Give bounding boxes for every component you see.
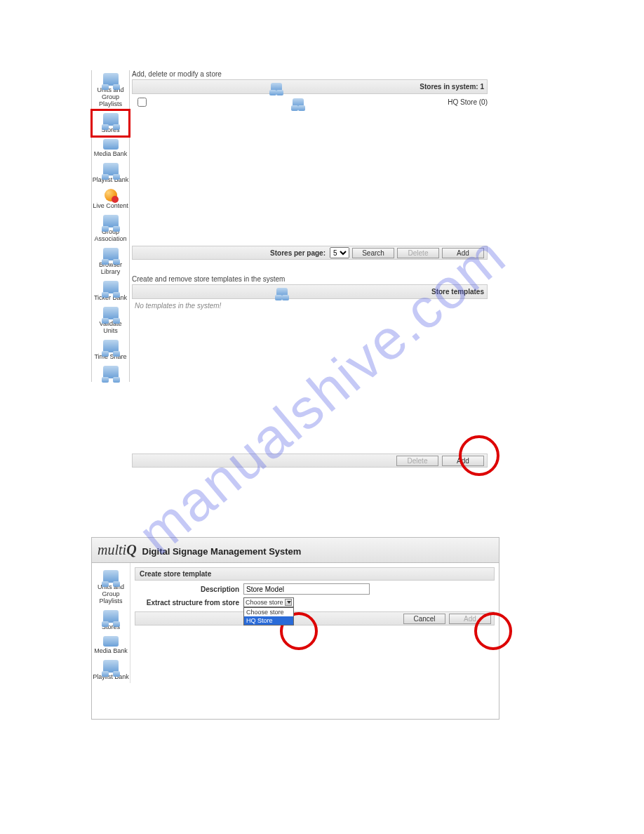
sidebar-item-media-bank[interactable]: Media Bank (92, 633, 130, 657)
sidebar-item-units-and-group-playlists[interactable]: Units and Group Playlists (92, 70, 129, 110)
store-select-value: Choose store (246, 599, 283, 606)
store-name: HQ Store (0) (448, 98, 488, 106)
units-icon (103, 215, 119, 227)
sidebar-item-label: Stores (92, 623, 130, 630)
templates-header-text: Store templates (431, 288, 484, 296)
units-icon (103, 163, 119, 176)
sidebar-item-label: Units and Group Playlists (92, 86, 129, 107)
sidebar-item-label: Media Bank (92, 150, 129, 157)
store-icon (293, 98, 304, 107)
screenshot-create-template: multiQ Digital Signage Management System… (91, 537, 499, 720)
panel-title: Create store template (135, 567, 495, 581)
sidebar-item-label: Playlist Bank (92, 176, 129, 183)
screenshot-stores-page: Units and Group PlaylistsStoresMedia Ban… (91, 70, 488, 467)
sidebar-item-label: Browser Library (92, 261, 129, 275)
sidebar-item-time-share[interactable]: Time Share (92, 337, 129, 363)
store-select[interactable]: Choose store Choose storeHQ Store (243, 597, 294, 607)
sidebar-item-playlist-bank[interactable]: Playlist Bank (92, 657, 130, 683)
delete-template-button: Delete (396, 456, 438, 466)
templates-empty-text: No templates in the system! (132, 299, 488, 312)
units-icon (103, 73, 119, 86)
search-button[interactable]: Search (352, 248, 394, 258)
templates-caption: Create and remove store templates in the… (132, 275, 488, 283)
sidebar-item-live-content[interactable]: Live Content (92, 186, 129, 212)
pager-label: Stores per page: (270, 249, 326, 257)
units-icon (103, 610, 119, 623)
pager-select[interactable]: 5 (330, 247, 349, 258)
sidebar-item-more[interactable] (92, 363, 129, 382)
units-icon (103, 248, 119, 260)
live-icon (105, 189, 117, 201)
sidebar-item-label: Playlist Bank (92, 673, 130, 680)
units-icon (103, 113, 119, 126)
units-icon (103, 307, 119, 319)
single-icon (103, 139, 119, 150)
app-titlebar: multiQ Digital Signage Management System (92, 537, 499, 563)
store-tree-row[interactable]: HQ Store (0) (132, 94, 488, 107)
units-icon (103, 570, 119, 583)
sidebar-item-label: Time Share (92, 353, 129, 360)
stores-header-text: Stores in system: (420, 83, 480, 91)
store-option[interactable]: HQ Store (244, 616, 293, 625)
templates-bottom-bar: Delete Add (132, 454, 488, 468)
sidebar-item-browser-library[interactable]: Browser Library (92, 245, 129, 278)
store-icon (271, 83, 282, 91)
sidebar-item-validate-units[interactable]: Validate Units (92, 304, 129, 337)
stores-pager-bar: Stores per page: 5 Search Delete Add (132, 246, 488, 260)
description-input[interactable] (243, 583, 370, 595)
stores-header: Stores in system: 1 (132, 79, 488, 94)
sidebar-nav: Units and Group PlaylistsStoresMedia Ban… (91, 70, 130, 382)
add-store-button[interactable]: Add (442, 248, 484, 258)
add-button[interactable]: Add (449, 614, 491, 624)
sidebar-item-ticker-bank[interactable]: Ticker Bank (92, 278, 129, 304)
template-icon (276, 288, 288, 296)
units-icon (103, 366, 119, 378)
store-option[interactable]: Choose store (244, 608, 293, 616)
single-icon (103, 636, 119, 647)
sidebar-item-label: Group Association (92, 228, 129, 242)
units-icon (103, 660, 119, 673)
sidebar-item-label: Units and Group Playlists (92, 583, 130, 604)
stores-count: 1 (480, 83, 484, 91)
sidebar-item-label: Live Content (92, 202, 129, 209)
store-checkbox[interactable] (137, 98, 147, 107)
extract-from-store-label: Extract structure from store (135, 599, 243, 607)
create-template-actions: Cancel Add (135, 611, 495, 626)
units-icon (103, 281, 119, 293)
units-icon (103, 340, 119, 352)
description-label: Description (135, 585, 243, 593)
chevron-down-icon (285, 599, 292, 606)
sidebar-item-media-bank[interactable]: Media Bank (92, 136, 129, 160)
sidebar-nav-2: Units and Group PlaylistsStoresMedia Ban… (92, 563, 130, 683)
brand-logo: multiQ (98, 542, 137, 558)
sidebar-item-label: Stores (92, 126, 129, 133)
delete-button: Delete (397, 248, 439, 258)
sidebar-item-label: Media Bank (92, 647, 130, 654)
cancel-button[interactable]: Cancel (403, 614, 445, 624)
add-template-button[interactable]: Add (442, 456, 484, 466)
stores-caption: Add, delete or modify a store (132, 70, 488, 78)
sidebar-item-label: Ticker Bank (92, 294, 129, 301)
templates-header: Store templates (132, 284, 488, 299)
stores-main-panel: Add, delete or modify a store Stores in … (132, 70, 488, 107)
sidebar-item-playlist-bank[interactable]: Playlist Bank (92, 160, 129, 186)
create-template-panel: Create store template Description Extrac… (130, 563, 499, 683)
sidebar-item-stores[interactable]: Stores (92, 110, 129, 136)
app-title: Digital Signage Management System (142, 546, 302, 557)
sidebar-item-stores[interactable]: Stores (92, 607, 130, 633)
sidebar-item-units-and-group-playlists[interactable]: Units and Group Playlists (92, 567, 130, 607)
sidebar-item-group-association[interactable]: Group Association (92, 212, 129, 245)
store-select-dropdown[interactable]: Choose storeHQ Store (243, 607, 294, 626)
sidebar-item-label: Validate Units (92, 320, 129, 334)
